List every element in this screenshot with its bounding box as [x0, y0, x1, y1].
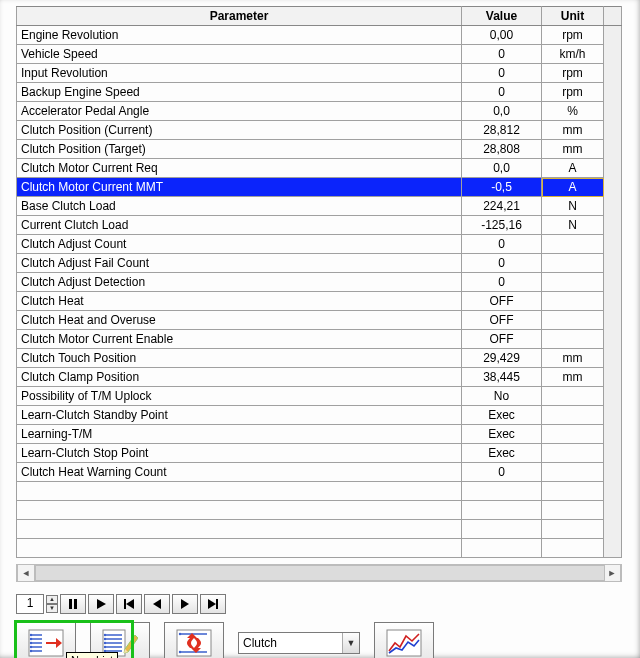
table-row[interactable]: Clutch Adjust Detection0 [17, 273, 622, 292]
table-row-empty [17, 539, 622, 558]
svg-rect-8 [216, 599, 218, 609]
cell-parameter: Input Revolution [17, 64, 462, 83]
table-row[interactable]: Clutch Adjust Count0 [17, 235, 622, 254]
table-row[interactable]: Backup Engine Speed0rpm [17, 83, 622, 102]
table-row[interactable]: Clutch Touch Position29,429mm [17, 349, 622, 368]
parameter-table: Parameter Value Unit Engine Revolution0,… [16, 6, 622, 558]
dropdown-selected-label: Clutch [239, 636, 342, 650]
table-row[interactable]: Clutch Heat and OveruseOFF [17, 311, 622, 330]
cell-unit [542, 463, 604, 482]
chevron-down-icon[interactable]: ▼ [342, 633, 359, 653]
table-row[interactable]: Learn-Clutch Standby PointExec [17, 406, 622, 425]
table-row[interactable]: Clutch Position (Current)28,812mm [17, 121, 622, 140]
col-header-value[interactable]: Value [462, 7, 542, 26]
svg-point-17 [30, 646, 32, 648]
table-row[interactable]: Clutch Motor Current MMT-0,5A [17, 178, 622, 197]
scroll-right-arrow-icon[interactable]: ► [603, 565, 621, 581]
col-header-unit[interactable]: Unit [542, 7, 604, 26]
cell-parameter: Possibility of T/M Uplock [17, 387, 462, 406]
tooltip: New List [66, 652, 118, 658]
frame-number-input[interactable]: 1 [16, 594, 44, 614]
svg-point-11 [30, 634, 32, 636]
cell-value: -0,5 [462, 178, 542, 197]
svg-point-37 [179, 651, 181, 653]
cell-parameter: Vehicle Speed [17, 45, 462, 64]
scroll-track[interactable] [35, 565, 603, 581]
cell-unit [542, 235, 604, 254]
table-row[interactable]: Base Clutch Load224,21N [17, 197, 622, 216]
cell-unit: km/h [542, 45, 604, 64]
table-row[interactable]: Clutch Motor Current Req0,0A [17, 159, 622, 178]
spinner-up-icon[interactable]: ▲ [46, 595, 58, 604]
cell-parameter: Clutch Touch Position [17, 349, 462, 368]
cell-value: 0 [462, 273, 542, 292]
cell-unit [542, 406, 604, 425]
table-row[interactable]: Possibility of T/M UplockNo [17, 387, 622, 406]
last-button[interactable] [200, 594, 226, 614]
vertical-scrollbar[interactable] [604, 26, 622, 558]
svg-point-13 [30, 638, 32, 640]
cell-value: No [462, 387, 542, 406]
play-button[interactable] [88, 594, 114, 614]
next-button[interactable] [172, 594, 198, 614]
first-button[interactable] [116, 594, 142, 614]
table-row[interactable]: Learn-Clutch Stop PointExec [17, 444, 622, 463]
cell-parameter: Clutch Heat and Overuse [17, 311, 462, 330]
svg-marker-4 [126, 599, 134, 609]
parameter-table-container: Parameter Value Unit Engine Revolution0,… [16, 6, 622, 562]
svg-marker-5 [153, 599, 161, 609]
table-row[interactable]: Clutch Heat Warning Count0 [17, 463, 622, 482]
cell-value: Exec [462, 425, 542, 444]
svg-point-28 [104, 646, 106, 648]
svg-rect-0 [69, 599, 72, 609]
cell-unit: N [542, 216, 604, 235]
cell-value: 0,0 [462, 159, 542, 178]
horizontal-scrollbar[interactable]: ◄ ► [16, 564, 622, 582]
svg-point-15 [30, 642, 32, 644]
graph-button[interactable] [374, 622, 434, 658]
cell-parameter: Backup Engine Speed [17, 83, 462, 102]
cell-value: 0 [462, 235, 542, 254]
table-row[interactable]: Learning-T/MExec [17, 425, 622, 444]
table-row-empty [17, 482, 622, 501]
table-row[interactable]: Clutch Clamp Position38,445mm [17, 368, 622, 387]
cell-unit [542, 444, 604, 463]
table-row[interactable]: Vehicle Speed0km/h [17, 45, 622, 64]
cell-unit [542, 425, 604, 444]
cell-parameter: Clutch Adjust Fail Count [17, 254, 462, 273]
scroll-thumb[interactable] [35, 565, 605, 581]
cell-unit: % [542, 102, 604, 121]
cell-unit: rpm [542, 83, 604, 102]
table-row[interactable]: Clutch Motor Current EnableOFF [17, 330, 622, 349]
reorder-button[interactable] [164, 622, 224, 658]
cell-value: OFF [462, 292, 542, 311]
cell-parameter: Learn-Clutch Standby Point [17, 406, 462, 425]
list-swap-icon [176, 629, 212, 657]
scroll-left-arrow-icon[interactable]: ◄ [17, 565, 35, 581]
table-row[interactable]: Clutch Position (Target)28,808mm [17, 140, 622, 159]
svg-point-24 [104, 638, 106, 640]
table-row[interactable]: Current Clutch Load-125,16N [17, 216, 622, 235]
cell-parameter: Clutch Adjust Count [17, 235, 462, 254]
cell-value: 0 [462, 83, 542, 102]
vertical-scroll-header [604, 7, 622, 26]
frame-spinner[interactable]: ▲ ▼ [46, 595, 58, 613]
cell-unit: A [542, 159, 604, 178]
table-row[interactable]: Engine Revolution0,00rpm [17, 26, 622, 45]
cell-parameter: Clutch Motor Current Req [17, 159, 462, 178]
table-row[interactable]: Accelerator Pedal Angle0,0% [17, 102, 622, 121]
cell-value: 38,445 [462, 368, 542, 387]
cell-parameter: Clutch Position (Current) [17, 121, 462, 140]
cell-unit [542, 273, 604, 292]
table-row[interactable]: Clutch Adjust Fail Count0 [17, 254, 622, 273]
pause-button[interactable] [60, 594, 86, 614]
spinner-down-icon[interactable]: ▼ [46, 604, 58, 613]
prev-button[interactable] [144, 594, 170, 614]
table-row[interactable]: Input Revolution0rpm [17, 64, 622, 83]
playback-controls: 1 ▲ ▼ [16, 594, 226, 614]
category-dropdown[interactable]: Clutch ▼ [238, 632, 360, 654]
col-header-parameter[interactable]: Parameter [17, 7, 462, 26]
cell-unit [542, 311, 604, 330]
table-row[interactable]: Clutch HeatOFF [17, 292, 622, 311]
cell-parameter: Clutch Adjust Detection [17, 273, 462, 292]
